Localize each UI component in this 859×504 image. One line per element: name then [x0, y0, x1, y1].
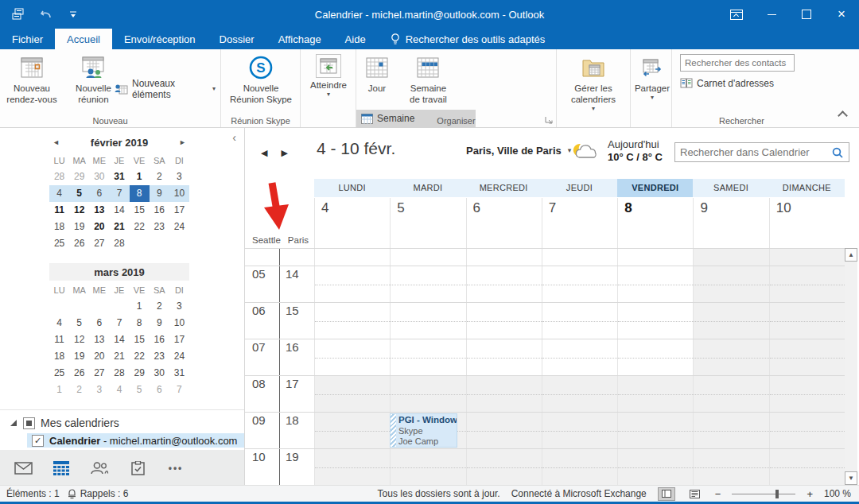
grid-cell[interactable] — [314, 449, 390, 485]
tell-me-search[interactable]: Rechercher des outils adaptés — [378, 29, 546, 49]
grid-cell[interactable] — [617, 413, 693, 448]
grid-cell[interactable] — [390, 249, 465, 266]
minical-day[interactable]: 5 — [69, 185, 89, 202]
all-day-cell[interactable]: 8 — [617, 198, 693, 249]
minical-day[interactable]: 19 — [69, 348, 89, 365]
collapse-ribbon-icon[interactable] — [839, 108, 846, 122]
grid-cell[interactable] — [390, 449, 465, 485]
grid-cell[interactable] — [693, 266, 768, 302]
grid-cell[interactable] — [617, 339, 693, 375]
day-header-lundi[interactable]: LUNDI — [314, 179, 390, 197]
expand-triangle-icon[interactable] — [10, 420, 17, 426]
calendar-search-box[interactable] — [674, 142, 849, 162]
grid-cell[interactable] — [617, 303, 693, 339]
grid-cell[interactable] — [542, 449, 617, 485]
calendar-checkbox[interactable]: ✓ — [32, 435, 44, 447]
day-view-button[interactable]: Jour — [356, 49, 398, 95]
grid-cell[interactable] — [693, 449, 768, 485]
new-appointment-button[interactable]: Nouveau rendez-vous — [0, 49, 64, 106]
minical-day[interactable]: 10 — [169, 315, 189, 331]
day-header-jeudi[interactable]: JEUDI — [542, 179, 617, 197]
grid-cell[interactable] — [314, 249, 390, 266]
minical-day[interactable]: 4 — [49, 185, 69, 202]
grid-cell[interactable] — [466, 266, 542, 302]
previous-week-icon[interactable]: ◀ — [261, 148, 267, 158]
minical-day[interactable]: 16 — [150, 202, 169, 219]
minical-day[interactable]: 15 — [130, 202, 150, 219]
grid-cell[interactable] — [617, 266, 693, 302]
grid-cell[interactable] — [542, 413, 617, 448]
next-week-icon[interactable]: ▶ — [281, 148, 287, 158]
vertical-scrollbar[interactable]: ▲ ▼ — [845, 248, 857, 485]
minical-day[interactable]: 11 — [49, 331, 69, 348]
minical-day[interactable]: 24 — [169, 348, 189, 365]
work-week-view-button[interactable]: Semaine de travail — [401, 49, 455, 106]
grid-cell[interactable] — [314, 413, 390, 448]
grid-cell[interactable] — [617, 376, 693, 412]
grid-cell[interactable] — [769, 413, 845, 448]
minical-day[interactable]: 16 — [150, 331, 169, 348]
grid-cell[interactable] — [466, 449, 542, 485]
minical-day[interactable]: 27 — [89, 365, 109, 382]
tab-aide[interactable]: Aide — [333, 29, 378, 49]
minical-day[interactable]: 28 — [49, 169, 69, 185]
minical-day[interactable]: 21 — [109, 219, 129, 235]
customize-qat-icon[interactable] — [65, 6, 81, 22]
grid-cell[interactable] — [314, 303, 390, 339]
minical-day[interactable]: 3 — [169, 169, 189, 185]
minical-day[interactable]: 23 — [150, 219, 169, 235]
all-day-cell[interactable]: 7 — [542, 198, 617, 249]
minical-day[interactable]: 20 — [89, 348, 109, 365]
grid-cell[interactable] — [466, 249, 542, 266]
more-apps-icon[interactable]: ••• — [165, 458, 186, 479]
zoom-out-button[interactable]: − — [715, 488, 721, 500]
minical-day[interactable]: 27 — [89, 235, 109, 252]
grid-cell[interactable] — [617, 449, 693, 485]
grid-cell[interactable] — [390, 303, 465, 339]
my-calendars-group[interactable]: Mes calendriers — [0, 410, 244, 429]
minical-day[interactable]: 7 — [109, 315, 129, 331]
zoom-slider[interactable] — [732, 494, 795, 494]
people-icon[interactable] — [89, 458, 110, 479]
all-day-cell[interactable]: 9 — [693, 198, 768, 249]
minical-day[interactable]: 2 — [69, 382, 89, 398]
day-header-samedi[interactable]: SAMEDI — [693, 179, 768, 197]
grid-cell[interactable] — [769, 303, 845, 339]
tab-envoi-r-ception[interactable]: Envoi/réception — [112, 29, 208, 49]
calendar-folder-item[interactable]: ✓ Calendrier - michel.martin@outlook.com — [27, 433, 244, 448]
grid-cell[interactable] — [769, 266, 845, 302]
new-items-button[interactable]: Nouveaux éléments ▾ — [110, 79, 220, 98]
minical-day[interactable]: 2 — [150, 298, 169, 315]
grid-cell[interactable] — [390, 266, 465, 302]
day-header-mardi[interactable]: MARDI — [390, 179, 465, 197]
tab-dossier[interactable]: Dossier — [208, 29, 266, 49]
collapse-folder-pane-icon[interactable]: ‹ — [232, 132, 236, 143]
grid-cell[interactable] — [542, 266, 617, 302]
minical-day[interactable]: 9 — [150, 315, 169, 331]
minical-day[interactable]: 1 — [49, 382, 69, 398]
minical-day[interactable]: 25 — [49, 235, 69, 252]
grid-cell[interactable] — [769, 339, 845, 375]
grid-cell[interactable] — [390, 339, 465, 375]
grid-cell[interactable] — [693, 413, 768, 448]
minical-day[interactable]: 29 — [130, 365, 150, 382]
minical-day[interactable]: 30 — [150, 365, 169, 382]
grid-cell[interactable] — [314, 266, 390, 302]
minical-day[interactable]: 1 — [130, 169, 150, 185]
grid-cell[interactable] — [617, 249, 693, 266]
manage-calendars-button[interactable]: Gérer les calendriers ▾ — [557, 49, 630, 112]
minical-day[interactable]: 6 — [89, 315, 109, 331]
minical-day[interactable]: 15 — [130, 331, 150, 348]
minical-day[interactable]: 7 — [169, 382, 189, 398]
all-day-cell[interactable]: 6 — [466, 198, 542, 249]
grid-cell[interactable] — [314, 339, 390, 375]
organize-dialog-launcher-icon[interactable] — [545, 116, 554, 125]
minical-day[interactable]: 8 — [130, 315, 150, 331]
minical-day[interactable]: 24 — [169, 219, 189, 235]
grid-cell[interactable] — [466, 339, 542, 375]
grid-cell[interactable] — [466, 413, 542, 448]
minical-day[interactable]: 8 — [130, 185, 150, 202]
minical-day[interactable]: 23 — [150, 348, 169, 365]
minical-day[interactable]: 6 — [150, 382, 169, 398]
minical-day[interactable]: 10 — [169, 185, 189, 202]
